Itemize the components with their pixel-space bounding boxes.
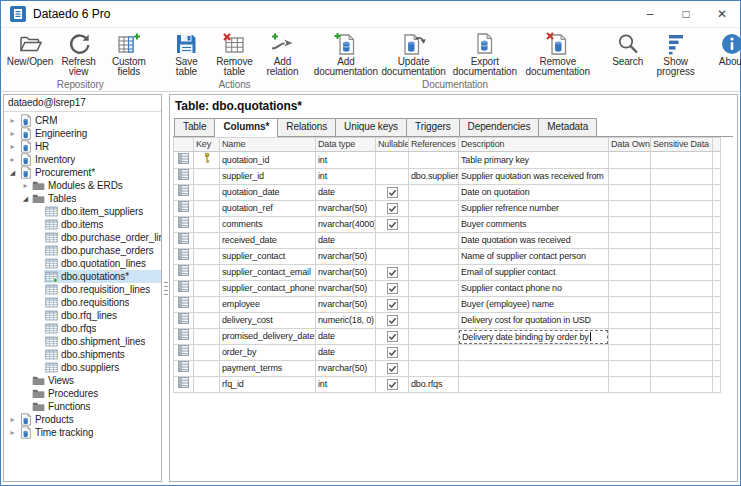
save-table-button[interactable]: Save table [162, 29, 210, 77]
cell-description[interactable]: Date quotation was received [459, 233, 609, 249]
cell-data-type[interactable]: nvarchar(4000) [316, 217, 376, 233]
tab-unique-keys[interactable]: Unique keys [335, 118, 407, 136]
minimize-button[interactable]: – [632, 1, 668, 27]
cell-nullable[interactable] [376, 313, 409, 329]
cell-key[interactable] [194, 361, 220, 377]
cell-description[interactable]: Supplier quotation was received from [459, 169, 609, 185]
cell-nullable[interactable] [376, 233, 409, 249]
collapsed-expander-icon[interactable]: ▸ [7, 426, 18, 439]
cell-data-type[interactable]: date [316, 185, 376, 201]
cell-name[interactable]: payment_terms [220, 361, 316, 377]
cell-nullable[interactable] [376, 249, 409, 265]
cell-key[interactable] [194, 345, 220, 361]
cell-sensitive-data[interactable] [651, 185, 713, 201]
cell-name[interactable]: delivery_cost [220, 313, 316, 329]
tree-item-tables[interactable]: ◢Tables [4, 192, 161, 205]
cell-data-type[interactable]: int [316, 377, 376, 393]
tree-item-products[interactable]: ▸Products [4, 413, 161, 426]
cell-key[interactable] [194, 201, 220, 217]
tree-item-dbo-quotation-lines[interactable]: dbo.quotation_lines [4, 257, 161, 270]
cell-name[interactable]: quotation_ref [220, 201, 316, 217]
cell-data-owner[interactable] [609, 313, 651, 329]
tree-item-inventory[interactable]: ▸Inventory [4, 153, 161, 166]
tree-item-dbo-purchase-order-lines[interactable]: dbo.purchase_order_lines [4, 231, 161, 244]
cell-description[interactable]: Supplier contact phone no [459, 281, 609, 297]
nullable-checkbox[interactable] [387, 283, 398, 294]
tab-relations[interactable]: Relations [277, 118, 336, 136]
remove-documentation-button[interactable]: Remove documentation [520, 29, 596, 77]
custom-fields-button[interactable]: Custom fields [103, 29, 154, 77]
cell-data-owner[interactable] [609, 265, 651, 281]
add-documentation-button[interactable]: Add documentation [314, 29, 377, 77]
tree-item-dbo-item-suppliers[interactable]: dbo.item_suppliers [4, 205, 161, 218]
cell-description-editing[interactable]: Delivery date binding by order by [459, 329, 609, 345]
cell-references[interactable]: dbo.rfqs [409, 377, 459, 393]
cell-data-type[interactable]: nvarchar(50) [316, 361, 376, 377]
column-header-references[interactable]: References [409, 138, 459, 152]
row-selector[interactable] [174, 361, 194, 377]
tree-item-dbo-requisitions[interactable]: dbo.requisitions [4, 296, 161, 309]
cell-data-type[interactable]: numeric(18, 0) [316, 313, 376, 329]
cell-sensitive-data[interactable] [651, 329, 713, 345]
collapsed-expander-icon[interactable]: ▸ [7, 153, 18, 166]
cell-key[interactable] [194, 233, 220, 249]
tree-item-views[interactable]: Views [4, 374, 161, 387]
cell-key[interactable] [194, 313, 220, 329]
cell-sensitive-data[interactable] [651, 249, 713, 265]
collapsed-expander-icon[interactable]: ▸ [7, 413, 18, 426]
cell-sensitive-data[interactable] [651, 345, 713, 361]
cell-sensitive-data[interactable] [651, 233, 713, 249]
cell-sensitive-data[interactable] [651, 152, 713, 169]
expanded-expander-icon[interactable]: ◢ [7, 166, 18, 179]
collapsed-expander-icon[interactable]: ▸ [7, 127, 18, 140]
row-selector[interactable] [174, 265, 194, 281]
cell-data-owner[interactable] [609, 361, 651, 377]
tree-item-dbo-suppliers[interactable]: dbo.suppliers [4, 361, 161, 374]
cell-name[interactable]: supplier_contact [220, 249, 316, 265]
cell-sensitive-data[interactable] [651, 281, 713, 297]
search-button[interactable]: Search [604, 29, 652, 67]
show-progress-button[interactable]: Show progress [652, 29, 700, 77]
tab-table[interactable]: Table [174, 118, 215, 136]
cell-sensitive-data[interactable] [651, 361, 713, 377]
collapsed-expander-icon[interactable]: ▸ [7, 140, 18, 153]
tree-item-hr[interactable]: ▸HR [4, 140, 161, 153]
maximize-button[interactable]: □ [668, 1, 704, 27]
nullable-checkbox[interactable] [387, 187, 398, 198]
cell-description[interactable]: Table primary key [459, 152, 609, 169]
cell-description[interactable]: Buyer comments [459, 217, 609, 233]
cell-data-type[interactable]: date [316, 329, 376, 345]
cell-sensitive-data[interactable] [651, 297, 713, 313]
cell-data-owner[interactable] [609, 329, 651, 345]
nullable-checkbox[interactable] [387, 267, 398, 278]
cell-key[interactable] [194, 281, 220, 297]
add-relation-button[interactable]: Add relation [258, 29, 306, 77]
cell-data-type[interactable]: int [316, 152, 376, 169]
cell-description[interactable] [459, 361, 609, 377]
cell-nullable[interactable] [376, 297, 409, 313]
cell-data-owner[interactable] [609, 152, 651, 169]
tree-item-dbo-shipments[interactable]: dbo.shipments [4, 348, 161, 361]
cell-key[interactable] [194, 185, 220, 201]
cell-nullable[interactable] [376, 345, 409, 361]
tab-metadata[interactable]: Metadata [538, 118, 597, 136]
cell-nullable[interactable] [376, 152, 409, 169]
cell-data-type[interactable]: nvarchar(50) [316, 249, 376, 265]
nullable-checkbox[interactable] [387, 331, 398, 342]
cell-nullable[interactable] [376, 201, 409, 217]
nullable-checkbox[interactable] [387, 203, 398, 214]
cell-data-type[interactable]: nvarchar(50) [316, 281, 376, 297]
refresh-view-button[interactable]: Refresh view [54, 29, 103, 77]
tree-item-engineering[interactable]: ▸Engineering [4, 127, 161, 140]
cell-description[interactable]: Date on quotation [459, 185, 609, 201]
column-header-name[interactable]: Name [220, 138, 316, 152]
cell-data-owner[interactable] [609, 281, 651, 297]
cell-sensitive-data[interactable] [651, 377, 713, 393]
cell-nullable[interactable] [376, 185, 409, 201]
row-selector[interactable] [174, 329, 194, 345]
remove-table-button[interactable]: Remove table [210, 29, 258, 77]
column-header-description[interactable]: Description [459, 138, 609, 152]
cell-key[interactable] [194, 169, 220, 185]
nullable-checkbox[interactable] [387, 347, 398, 358]
tab-triggers[interactable]: Triggers [406, 118, 460, 136]
